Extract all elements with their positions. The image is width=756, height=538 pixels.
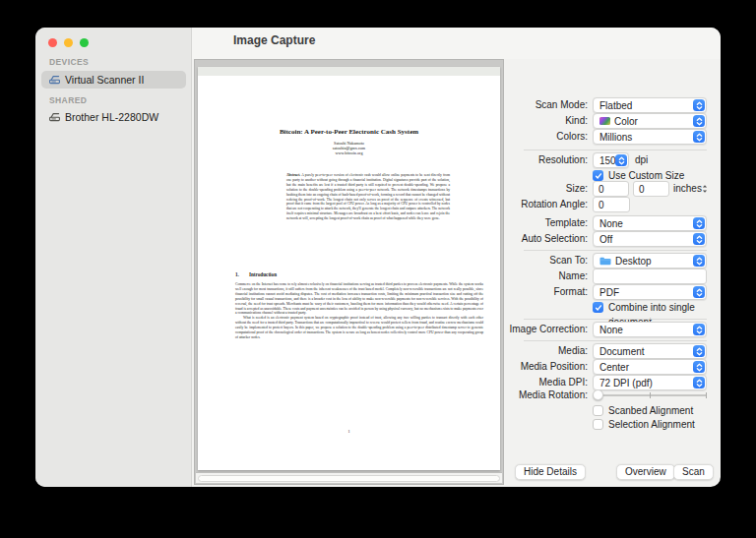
size-height-input[interactable] — [633, 181, 669, 197]
chevron-updown-icon — [693, 361, 705, 373]
sidebar: DEVICES Virtual Scanner II SHARED Brothe… — [35, 28, 192, 487]
hide-details-button[interactable]: Hide Details — [515, 464, 586, 480]
chevron-updown-icon — [693, 131, 705, 143]
chevron-updown-icon — [693, 115, 705, 127]
colors-select[interactable]: Millions — [593, 129, 707, 145]
sidebar-item-brother-printer[interactable]: Brother HL-2280DW — [41, 108, 186, 126]
rotation-angle-label: Rotation Angle: — [504, 197, 588, 212]
intro-paragraph-1: Commerce on the Internet has come to rel… — [235, 282, 483, 316]
window-title: Image Capture — [233, 33, 315, 47]
media-position-select[interactable]: Center — [593, 359, 707, 375]
format-label: Format: — [504, 284, 588, 300]
media-label: Media: — [504, 343, 588, 359]
media-rotation-label: Media Rotation: — [504, 388, 588, 403]
scanner-icon — [49, 112, 60, 122]
scanbed-alignment-checkbox[interactable] — [593, 405, 603, 416]
chevron-updown-icon — [693, 255, 705, 267]
kind-select[interactable]: Color — [593, 113, 707, 129]
auto-selection-select[interactable]: Off — [593, 231, 707, 247]
scan-to-label: Scan To: — [504, 253, 588, 269]
resolution-unit: dpi — [635, 152, 648, 168]
chevron-updown-icon — [693, 217, 705, 229]
slider-tick — [706, 392, 707, 398]
folder-icon — [599, 257, 611, 266]
scrollbar-thumb[interactable] — [198, 475, 500, 482]
sidebar-item-label: Virtual Scanner II — [65, 74, 144, 86]
scanner-bed-edge — [198, 67, 500, 76]
abstract-text: A purely peer-to-peer version of electro… — [286, 173, 450, 220]
chevron-updown-icon — [693, 99, 705, 111]
name-input[interactable] — [593, 269, 707, 284]
resolution-select[interactable]: 150 — [593, 152, 629, 168]
unit-stepper-icon[interactable] — [702, 184, 708, 196]
shared-section-label: SHARED — [49, 95, 87, 105]
devices-section-label: DEVICES — [49, 57, 89, 67]
scan-to-select[interactable]: Desktop — [593, 253, 707, 269]
chevron-updown-icon — [693, 324, 705, 335]
close-window-icon[interactable] — [48, 38, 57, 47]
sidebar-item-virtual-scanner[interactable]: Virtual Scanner II — [41, 71, 186, 89]
scanbed-alignment-label: Scanbed Alignment — [608, 403, 693, 418]
scan-preview-area[interactable]: Bitcoin: A Peer-to-Peer Electronic Cash … — [194, 59, 504, 485]
title-bar: Image Capture — [192, 28, 721, 59]
chevron-updown-icon — [693, 233, 705, 245]
overview-button[interactable]: Overview — [616, 464, 675, 480]
scanner-icon — [49, 75, 60, 85]
color-photo-icon — [599, 117, 610, 125]
document-authors: Satoshi Nakamoto satoshin@gmx.com www.bi… — [198, 142, 500, 156]
image-capture-window: DEVICES Virtual Scanner II SHARED Brothe… — [35, 28, 721, 487]
sidebar-item-label: Brother HL-2280DW — [65, 111, 158, 123]
template-label: Template: — [504, 215, 588, 231]
rotation-angle-input[interactable] — [593, 197, 630, 212]
document-body: Commerce on the Internet has come to rel… — [235, 282, 483, 340]
scan-button[interactable]: Scan — [673, 464, 714, 480]
chevron-updown-icon — [615, 154, 627, 166]
page-number: 1 — [198, 429, 500, 434]
media-position-label: Media Position: — [504, 359, 588, 375]
divider — [524, 149, 707, 150]
colors-label: Colors: — [504, 129, 588, 145]
author-website: www.bitcoin.org — [198, 151, 500, 156]
divider — [524, 319, 707, 320]
selection-alignment-label: Selection Alignment — [608, 417, 695, 432]
selection-alignment-checkbox[interactable] — [593, 419, 603, 430]
chevron-updown-icon — [693, 345, 705, 357]
template-select[interactable]: None — [593, 215, 707, 231]
document-page-preview[interactable]: Bitcoin: A Peer-to-Peer Electronic Cash … — [198, 67, 500, 470]
format-select[interactable]: PDF — [593, 284, 707, 300]
image-correction-select[interactable]: None — [593, 322, 707, 337]
divider — [524, 340, 707, 341]
section-heading: 1.Introduction — [235, 271, 277, 277]
name-label: Name: — [504, 269, 588, 284]
scan-mode-select[interactable]: Flatbed — [593, 97, 707, 113]
horizontal-scrollbar[interactable] — [196, 472, 502, 483]
settings-panel: Scan Mode: Flatbed Kind: Color Colors: M… — [504, 59, 721, 457]
auto-selection-label: Auto Selection: — [504, 231, 588, 247]
resolution-label: Resolution: — [504, 152, 588, 168]
chevron-updown-icon — [693, 286, 705, 298]
media-rotation-slider[interactable] — [593, 394, 707, 396]
document-title: Bitcoin: A Peer-to-Peer Electronic Cash … — [198, 128, 500, 136]
size-unit-select[interactable]: inches — [673, 181, 702, 197]
combine-documents-checkbox[interactable] — [593, 302, 603, 313]
divider — [524, 250, 707, 251]
slider-thumb[interactable] — [593, 389, 603, 400]
document-abstract: Abstract. A purely peer-to-peer version … — [286, 173, 450, 221]
minimize-window-icon[interactable] — [64, 38, 73, 47]
kind-label: Kind: — [504, 113, 588, 129]
window-controls — [48, 38, 89, 47]
use-custom-size-checkbox[interactable] — [593, 170, 603, 181]
abstract-label: Abstract. — [286, 173, 300, 177]
slider-tick — [650, 392, 651, 398]
intro-paragraph-2: What is needed is an electronic payment … — [235, 316, 483, 340]
scan-mode-label: Scan Mode: — [504, 97, 588, 113]
media-select[interactable]: Document — [593, 343, 707, 359]
image-correction-label: Image Correction: — [504, 322, 588, 337]
zoom-window-icon[interactable] — [80, 38, 89, 47]
size-width-input[interactable] — [593, 181, 629, 197]
size-label: Size: — [504, 181, 588, 197]
